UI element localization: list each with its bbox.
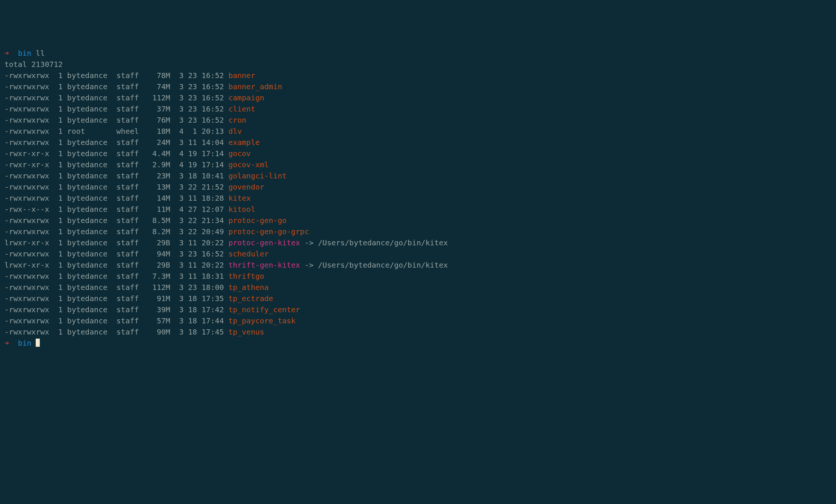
file-owner: bytedance	[67, 294, 112, 303]
file-size: 90M	[148, 327, 170, 336]
file-permissions: -rwxrwxrwx	[4, 216, 49, 225]
file-time: 18:28	[202, 194, 224, 203]
file-size: 23M	[148, 171, 170, 180]
file-time: 17:44	[202, 316, 224, 325]
file-size: 94M	[148, 249, 170, 258]
file-size: 14M	[148, 194, 170, 203]
file-name: tp_ectrade	[228, 294, 273, 303]
file-time: 20:22	[202, 238, 224, 247]
file-permissions: -rwxrwxrwx	[4, 104, 49, 113]
file-month: 3	[179, 272, 184, 281]
file-listing-row: -rwxrwxrwx 1 bytedance staff 39M 3 18 17…	[4, 304, 832, 315]
file-size: 74M	[148, 82, 170, 91]
file-permissions: -rwxrwxrwx	[4, 71, 49, 80]
file-time: 17:14	[202, 149, 224, 158]
file-name: example	[228, 138, 260, 147]
file-day: 18	[188, 316, 197, 325]
file-month: 4	[179, 149, 184, 158]
file-name: govendor	[228, 182, 264, 191]
file-group: staff	[116, 160, 139, 169]
file-owner: bytedance	[67, 93, 112, 102]
file-time: 17:14	[202, 160, 224, 169]
file-listing-row: -rwxr-xr-x 1 bytedance staff 2.9M 4 19 1…	[4, 159, 832, 170]
file-day: 11	[188, 194, 197, 203]
file-day: 23	[188, 116, 197, 125]
total-label: total	[4, 60, 27, 69]
file-listing-row: -rwx--x--x 1 bytedance staff 11M 4 27 12…	[4, 204, 832, 215]
file-group: staff	[116, 316, 139, 325]
terminal-output[interactable]: ➜ bin lltotal 2130712-rwxrwxrwx 1 byteda…	[4, 48, 832, 349]
file-name: tp_venus	[228, 327, 264, 336]
file-month: 3	[179, 249, 184, 258]
cursor	[36, 339, 40, 347]
file-links: 1	[58, 327, 63, 336]
file-group: staff	[116, 138, 139, 147]
file-listing-row: -rwxrwxrwx 1 bytedance staff 78M 3 23 16…	[4, 70, 832, 81]
file-time: 20:13	[202, 127, 224, 136]
symlink-target: /Users/bytedance/go/bin/kitex	[318, 261, 448, 269]
file-owner: bytedance	[67, 272, 112, 281]
file-name: protoc-gen-kitex	[228, 238, 300, 247]
file-name: gocov-xml	[228, 160, 269, 169]
file-group: staff	[116, 238, 139, 247]
file-group: staff	[116, 249, 139, 258]
file-permissions: -rwxrwxrwx	[4, 327, 49, 336]
file-time: 12:07	[202, 205, 224, 214]
file-time: 17:35	[202, 294, 224, 303]
command-text: ll	[36, 49, 45, 58]
file-listing-row: -rwxrwxrwx 1 root wheel 18M 4 1 20:13 dl…	[4, 126, 832, 137]
file-day: 22	[188, 182, 197, 191]
file-links: 1	[58, 93, 63, 102]
file-time: 16:52	[202, 104, 224, 113]
file-links: 1	[58, 261, 63, 269]
file-group: staff	[116, 305, 139, 314]
file-links: 1	[58, 216, 63, 225]
file-time: 16:52	[202, 93, 224, 102]
file-name: tp_notify_center	[228, 305, 300, 314]
file-links: 1	[58, 294, 63, 303]
file-listing-row: -rwxrwxrwx 1 bytedance staff 76M 3 23 16…	[4, 114, 832, 126]
file-owner: bytedance	[67, 261, 112, 269]
file-day: 23	[188, 249, 197, 258]
file-name: protoc-gen-go-grpc	[228, 227, 309, 236]
file-links: 1	[58, 104, 63, 113]
file-size: 29B	[148, 261, 170, 269]
file-month: 3	[179, 216, 184, 225]
file-month: 4	[179, 205, 184, 214]
file-permissions: -rwxrwxrwx	[4, 93, 49, 102]
file-time: 20:22	[202, 261, 224, 269]
file-day: 23	[188, 93, 197, 102]
file-size: 11M	[148, 205, 170, 214]
file-day: 11	[188, 272, 197, 281]
file-month: 3	[179, 138, 184, 147]
file-month: 3	[179, 227, 184, 236]
file-permissions: -rwxrwxrwx	[4, 182, 49, 191]
file-listing-row: -rwxrwxrwx 1 bytedance staff 57M 3 18 17…	[4, 315, 832, 326]
file-permissions: -rwxrwxrwx	[4, 171, 49, 180]
file-links: 1	[58, 316, 63, 325]
file-group: wheel	[116, 127, 139, 136]
file-links: 1	[58, 283, 63, 292]
file-size: 29B	[148, 238, 170, 247]
prompt-directory: bin	[18, 49, 31, 58]
file-name: client	[228, 104, 255, 113]
file-day: 18	[188, 294, 197, 303]
file-permissions: -rwxrwxrwx	[4, 194, 49, 203]
file-name: cron	[228, 116, 246, 125]
file-day: 19	[188, 160, 197, 169]
file-size: 24M	[148, 138, 170, 147]
file-group: staff	[116, 194, 139, 203]
file-links: 1	[58, 227, 63, 236]
file-permissions: lrwxr-xr-x	[4, 261, 49, 269]
file-links: 1	[58, 305, 63, 314]
file-listing-row: lrwxr-xr-x 1 bytedance staff 29B 3 11 20…	[4, 259, 832, 271]
file-size: 91M	[148, 294, 170, 303]
file-day: 23	[188, 104, 197, 113]
file-permissions: -rwx--x--x	[4, 205, 49, 214]
file-group: staff	[116, 93, 139, 102]
file-month: 3	[179, 194, 184, 203]
file-group: staff	[116, 216, 139, 225]
file-name: gocov	[228, 149, 251, 158]
file-owner: bytedance	[67, 104, 112, 113]
file-listing-row: -rwxrwxrwx 1 bytedance staff 112M 3 23 1…	[4, 282, 832, 293]
